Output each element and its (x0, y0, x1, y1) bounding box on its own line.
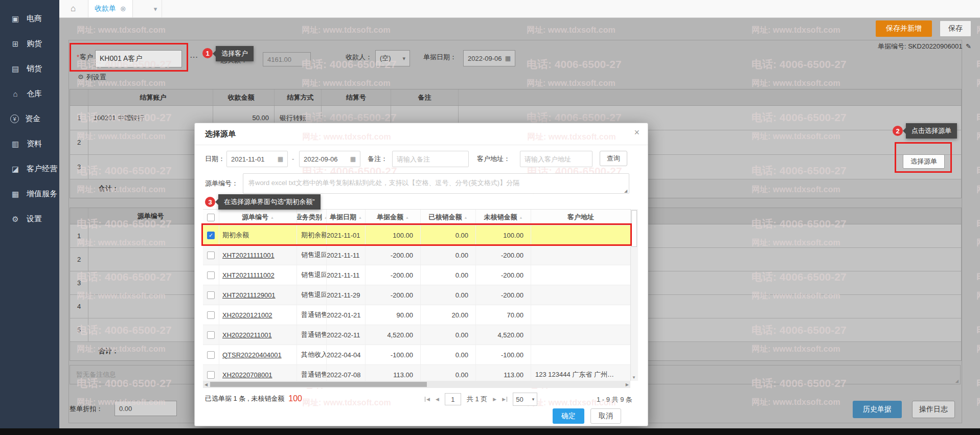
modal-close-icon[interactable]: × (634, 127, 640, 138)
vertical-scrollbar-thumb[interactable] (631, 210, 637, 247)
row-checkbox[interactable] (207, 291, 215, 299)
header-remark[interactable]: 备注 (391, 89, 459, 105)
row-checkbox[interactable] (207, 271, 215, 279)
operation-log-button[interactable]: 操作日志 (912, 401, 955, 418)
save-new-button[interactable]: 保存并新增 (876, 20, 932, 37)
source-doc-row[interactable]: ✓期初余额期初余额2021-11-01100.000.00100.00 (203, 225, 630, 245)
doc-link[interactable]: QTSR20220404001 (222, 351, 282, 359)
header-category[interactable]: 业务类别▲ (297, 210, 327, 225)
next-page-icon[interactable]: ▶ (493, 397, 496, 402)
sidebar-item-data[interactable]: ▥资料 (0, 131, 59, 156)
row-checkbox[interactable] (207, 311, 215, 319)
sidebar-item-customer[interactable]: ◪客户经营 (0, 156, 59, 181)
search-button[interactable]: 查询 (600, 151, 627, 166)
doc-link[interactable]: XH20220211001 (222, 331, 272, 339)
header-address[interactable]: 客户地址 (531, 210, 630, 225)
doc-code-cell: XH20220708001 (219, 365, 297, 381)
doc-link[interactable]: XHT20211111001 (222, 251, 275, 259)
history-button[interactable]: 历史单据 (853, 401, 902, 418)
customer-input[interactable]: KH001 A客户 (95, 50, 182, 67)
verified-cell: 0.00 (421, 365, 476, 381)
source-no-textarea[interactable] (243, 173, 629, 194)
header-account[interactable]: 结算账户 (88, 89, 213, 105)
sidebar-item-vas[interactable]: ▦增值服务 (0, 181, 59, 207)
select-source-button[interactable]: 选择源单 (903, 154, 945, 169)
discount-input[interactable]: 0.00 (115, 401, 177, 416)
scroll-left-icon[interactable]: ◀ (204, 382, 208, 387)
sidebar-item-settings[interactable]: ⚙设置 (0, 207, 59, 232)
save-button[interactable]: 保存 (940, 20, 971, 37)
date-cell: 2021-11-11 (327, 265, 366, 285)
page-input[interactable]: 1 (445, 393, 461, 405)
doc-code-cell: XHT20211111001 (219, 245, 297, 265)
tab-receipt[interactable]: 收款单 ⊗ (88, 0, 133, 17)
sidebar-item-ecommerce[interactable]: ▣电商 (0, 6, 59, 31)
filter-date-to[interactable]: 2022-09-06▦ (299, 151, 360, 167)
first-page-icon[interactable]: ◀ (425, 397, 430, 402)
tab-list-caret[interactable]: ▾ (149, 0, 162, 17)
select-all-checkbox[interactable] (207, 214, 215, 221)
page-size-select[interactable]: 50 ▾ (513, 393, 537, 406)
header-verified[interactable]: 已核销金额▲ (421, 210, 476, 225)
header-method[interactable]: 结算方式 (275, 89, 322, 105)
row-checkbox[interactable]: ✓ (207, 232, 215, 239)
doc-link[interactable]: XHT20211111002 (222, 271, 275, 279)
filter-addr-input[interactable] (520, 151, 592, 167)
filter-date-from[interactable]: 2021-11-01▦ (226, 151, 288, 167)
source-doc-row[interactable]: XHT20211111002销售退回2021-11-11-200.000.00-… (203, 265, 630, 285)
sidebar-item-funds[interactable]: ¥资金 (0, 106, 59, 131)
scroll-down-icon[interactable]: ▼ (632, 375, 636, 380)
filter-remark-input[interactable] (392, 151, 469, 167)
doc-link[interactable]: XHT20211129001 (222, 291, 276, 299)
tab-close-icon[interactable]: ⊗ (120, 5, 126, 13)
cancel-button[interactable]: 取消 (590, 408, 621, 424)
header-unverified[interactable]: 未核销金额▲ (476, 210, 531, 225)
sidebar-item-warehouse[interactable]: ⌂仓库 (0, 81, 59, 106)
filter-date-label: 日期： (205, 154, 225, 164)
source-doc-row[interactable]: XHT20211111001销售退回2021-11-11-200.000.00-… (203, 245, 630, 265)
row-checkbox[interactable] (207, 371, 215, 379)
last-page-icon[interactable]: ▶ (502, 397, 507, 402)
bill-date-input[interactable]: 2022-09-06▦ (463, 50, 515, 66)
resize-handle-icon[interactable]: ◢ (955, 379, 959, 383)
column-settings[interactable]: ⚙列设置 (78, 73, 106, 82)
header-amount[interactable]: 单据金额▲ (366, 210, 421, 225)
category-cell: 普通销售 (297, 365, 327, 381)
customer-picker-button[interactable]: ··· (190, 53, 201, 63)
checkbox-cell (203, 265, 219, 285)
scroll-right-icon[interactable]: ▶ (626, 382, 629, 387)
source-doc-row[interactable]: XH20220708001普通销售2022-07-08113.000.00113… (203, 365, 630, 381)
horizontal-scrollbar-thumb[interactable] (210, 382, 427, 387)
address-cell (531, 345, 630, 364)
annotation-tip-1: 选择客户 (216, 46, 254, 61)
row-checkbox[interactable] (207, 331, 215, 339)
doc-no-line: 单据编号: SKD20220906001 ✎ (826, 42, 971, 51)
row-checkbox[interactable] (207, 351, 215, 359)
row-number: 3 (70, 155, 88, 179)
doc-code-cell: XH20220211001 (219, 325, 297, 345)
sidebar-item-purchase[interactable]: ⊞购货 (0, 31, 59, 56)
source-doc-row[interactable]: XH20220121002普通销售2022-01-2190.0020.0070.… (203, 305, 630, 325)
row-checkbox[interactable] (207, 251, 215, 259)
edit-icon[interactable]: ✎ (966, 42, 971, 50)
header-source-no[interactable]: 源单编号▲ (219, 210, 297, 225)
header-amount[interactable]: 收款金额 (213, 89, 275, 105)
source-doc-row[interactable]: QTSR20220404001其他收入2022-04-04-100.000.00… (203, 345, 630, 365)
horizontal-scrollbar[interactable]: ◀ ▶ (203, 381, 630, 388)
bill-date-label: 单据日期： (423, 52, 457, 62)
doc-link[interactable]: XH20220121002 (222, 311, 272, 319)
source-doc-row[interactable]: XH20220211001普通销售2022-02-114,520.000.004… (203, 325, 630, 345)
sidebar-item-sales[interactable]: ▤销货 (0, 56, 59, 81)
header-settle-no[interactable]: 结算号 (322, 89, 391, 105)
unverified-cell: -200.00 (476, 265, 531, 285)
doc-code-cell: 期初余额 (219, 225, 297, 245)
home-icon[interactable]: ⌂ (71, 4, 76, 14)
source-doc-row[interactable]: XHT20211129001销售退回2021-11-29-200.000.00-… (203, 285, 630, 305)
doc-link[interactable]: XH20220708001 (222, 371, 272, 379)
vertical-scrollbar[interactable]: ▼ (630, 209, 638, 381)
prev-page-icon[interactable]: ◀ (436, 397, 439, 402)
header-date[interactable]: 单据日期▲ (327, 210, 366, 225)
ok-button[interactable]: 确定 (553, 408, 584, 424)
payee-select[interactable]: (空)▾ (375, 50, 410, 66)
amount-cell: -200.00 (366, 245, 421, 265)
